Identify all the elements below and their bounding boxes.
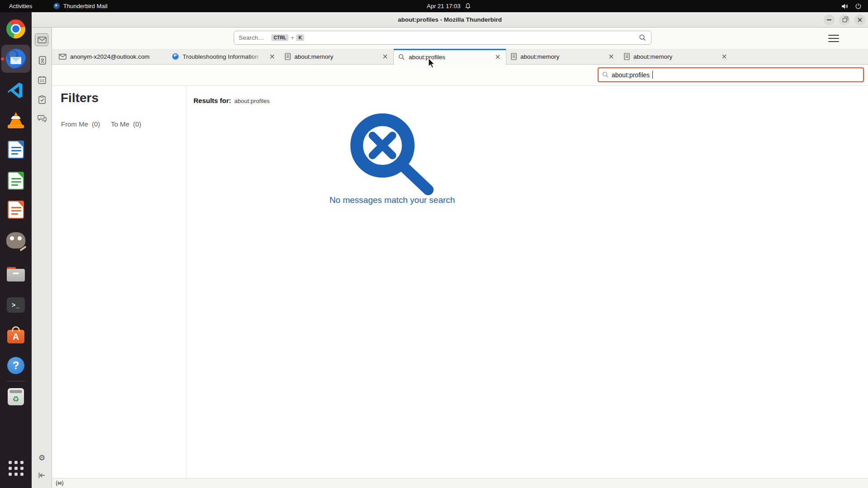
tab-troubleshooting[interactable]: Troubleshooting Information: [167, 49, 280, 64]
results-query: about:profiles: [234, 98, 269, 104]
dock-item-gimp[interactable]: [5, 230, 26, 251]
mail-account-icon: [59, 54, 66, 60]
main-toolbar: Search… CTRL + K: [32, 28, 868, 49]
kbd-plus: +: [291, 35, 294, 41]
dock-item-help[interactable]: ?: [5, 355, 26, 376]
collapse-arrow-icon: [38, 472, 46, 479]
facet-filters: From Me (0) To Me (0): [61, 120, 142, 128]
dock-item-ubuntu-software[interactable]: A: [5, 324, 26, 345]
space-mail-button[interactable]: [32, 33, 52, 47]
tab-close-button[interactable]: [269, 53, 276, 60]
no-results-search-icon: [316, 104, 452, 208]
tab-label: Troubleshooting Information: [183, 53, 265, 60]
tab-about-memory-3[interactable]: about:memory: [619, 49, 732, 64]
tab-about-memory-2[interactable]: about:memory: [506, 49, 619, 64]
libreoffice-writer-icon: [8, 141, 24, 159]
close-icon: [857, 17, 863, 23]
dock-item-libreoffice-writer[interactable]: [5, 139, 26, 160]
libreoffice-calc-icon: [8, 172, 24, 190]
search-icon: [639, 34, 646, 42]
volume-icon: [841, 3, 849, 9]
global-search-input[interactable]: Search… CTRL + K: [234, 31, 651, 45]
facet-divider: [186, 86, 187, 478]
dock-item-libreoffice-impress[interactable]: [5, 199, 26, 220]
tab-close-button[interactable]: [721, 53, 728, 60]
activities-button[interactable]: Activities: [6, 0, 35, 12]
space-calendar-button[interactable]: [32, 73, 52, 87]
clock-menu[interactable]: Apr 21 17:03: [427, 0, 471, 12]
ubuntu-software-icon: A: [7, 330, 24, 343]
thunderbird-window: about:profiles - Mozilla Thunderbird Sea…: [32, 12, 868, 488]
search-tab-icon: [398, 54, 405, 61]
kbd-k: K: [296, 34, 304, 41]
focused-app-menu[interactable]: Thunderbird Mail: [53, 0, 108, 12]
tab-close-button[interactable]: [382, 53, 389, 60]
space-settings-button[interactable]: ⚙: [32, 450, 52, 465]
filter-count: (0): [133, 120, 141, 128]
gimp-icon: [6, 232, 25, 249]
tab-about-memory-1[interactable]: about:memory: [280, 49, 393, 64]
dock-item-vscode[interactable]: [5, 80, 26, 101]
vlc-icon: [7, 112, 25, 129]
clock-label: Apr 21 17:03: [427, 3, 460, 9]
app-grid-icon: [9, 461, 24, 476]
chat-icon: [38, 115, 47, 122]
dock-item-trash[interactable]: ♻: [5, 386, 26, 407]
minimize-button[interactable]: [824, 14, 835, 25]
space-addressbook-button[interactable]: [32, 53, 52, 67]
mail-space-icon: [38, 37, 47, 43]
trash-icon: ♻: [8, 388, 24, 405]
address-book-icon: [38, 56, 46, 65]
search-results-view: Filters From Me (0) To Me (0) Results fo…: [32, 86, 868, 478]
ubuntu-dock: >_ A ? ♻: [0, 12, 32, 488]
filter-count: (0): [92, 120, 100, 128]
tab-label: about:profiles: [409, 54, 491, 61]
dock-item-terminal[interactable]: >_: [5, 295, 26, 315]
facet-search-row: about:profiles: [32, 65, 868, 86]
space-chat-button[interactable]: [32, 111, 52, 126]
document-icon: [511, 53, 517, 60]
vscode-icon: [7, 81, 25, 99]
thunderbird-icon: [6, 49, 26, 69]
tab-close-button[interactable]: [494, 53, 501, 61]
tab-label: about:memory: [633, 53, 717, 60]
power-icon: [855, 3, 862, 9]
results-header: Results for: about:profiles: [193, 97, 269, 104]
filter-from-me[interactable]: From Me (0): [61, 120, 100, 128]
window-titlebar[interactable]: about:profiles - Mozilla Thunderbird: [32, 12, 868, 28]
dock-item-files[interactable]: [5, 264, 26, 285]
tab-mail-account[interactable]: anonym-x2024@outlook.com: [54, 49, 167, 64]
search-placeholder: Search…: [239, 34, 264, 41]
kbd-ctrl: CTRL: [271, 34, 288, 41]
dock-item-libreoffice-calc[interactable]: [5, 170, 26, 191]
dock-item-chrome[interactable]: [5, 19, 26, 39]
dock-item-app-grid[interactable]: [5, 458, 26, 479]
close-icon: [722, 54, 726, 59]
close-button[interactable]: [854, 14, 865, 25]
tab-label: about:memory: [520, 53, 604, 60]
facet-search-input[interactable]: about:profiles: [598, 67, 864, 82]
close-icon: [270, 54, 274, 59]
app-menu-button[interactable]: [828, 35, 839, 42]
no-results-message: No messages match your search: [316, 195, 468, 205]
support-globe-icon: [172, 53, 179, 60]
online-status-icon[interactable]: [55, 480, 65, 487]
document-icon: [285, 53, 291, 60]
dock-item-thunderbird[interactable]: [5, 48, 26, 69]
tab-about-profiles[interactable]: about:profiles: [393, 49, 506, 65]
desktop: Activities Thunderbird Mail Apr 21 17:03: [0, 0, 868, 488]
spaces-toolbar: ⚙: [32, 28, 52, 488]
filter-to-me[interactable]: To Me (0): [111, 120, 141, 128]
settings-gear-icon: ⚙: [38, 453, 45, 462]
tab-close-button[interactable]: [608, 53, 615, 60]
chrome-icon: [6, 19, 25, 38]
libreoffice-impress-icon: [8, 201, 24, 219]
collapse-spaces-button[interactable]: [32, 468, 52, 483]
space-tasks-button[interactable]: [32, 92, 52, 107]
dock-item-vlc[interactable]: [5, 110, 26, 131]
thunderbird-mini-icon: [53, 3, 60, 9]
tab-bar: anonym-x2024@outlook.com Troubleshooting…: [32, 49, 868, 65]
restore-button[interactable]: [839, 14, 850, 25]
system-status-area[interactable]: [841, 0, 862, 12]
files-icon: [7, 267, 25, 282]
